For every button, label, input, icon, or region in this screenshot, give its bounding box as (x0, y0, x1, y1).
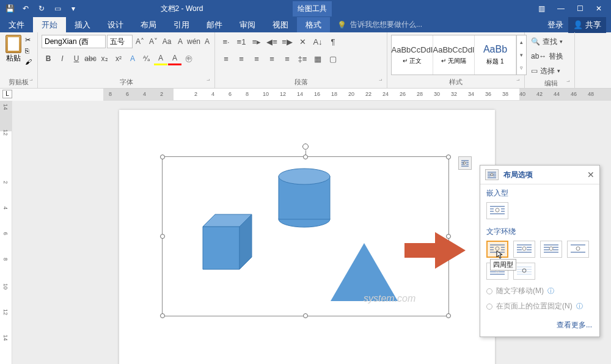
align-left-button[interactable]: ≡ (219, 52, 233, 65)
wrap-front[interactable] (513, 263, 535, 280)
redo-icon[interactable]: ↻ (37, 4, 46, 13)
find-button[interactable]: 🔍查找▾ (531, 35, 563, 48)
shape-triangle[interactable] (331, 243, 398, 301)
borders-button[interactable]: ▢ (326, 52, 340, 65)
copy-icon[interactable]: ⎘ (25, 47, 34, 56)
text-direction-button[interactable]: ✕ (295, 35, 310, 48)
resize-handle-tc[interactable] (303, 155, 308, 159)
login-link[interactable]: 登录 (547, 20, 563, 31)
wrap-inline[interactable] (486, 202, 508, 219)
superscript-button[interactable]: x² (112, 52, 125, 65)
shape-cube[interactable] (194, 211, 255, 272)
share-button[interactable]: 👤 共享 (568, 17, 606, 33)
resize-handle-tl[interactable] (160, 155, 165, 159)
subscript-button[interactable]: x₂ (98, 52, 111, 65)
tab-layout[interactable]: 布局 (132, 17, 165, 32)
tab-insert[interactable]: 插入 (66, 17, 99, 32)
enclose-chars-button[interactable]: ㊥ (182, 52, 196, 65)
font-color-button[interactable]: A (168, 52, 181, 65)
resize-handle-bl[interactable] (160, 313, 165, 318)
ruler-horizontal[interactable]: 8642246810121416182022242628303234363840… (104, 89, 611, 101)
sort-button[interactable]: A↓ (310, 35, 325, 48)
multilevel-button[interactable]: ≡▸ (249, 35, 264, 48)
new-doc-icon[interactable]: ▭ (53, 4, 62, 13)
paste-button[interactable]: 粘贴 (4, 35, 23, 64)
info-icon[interactable]: ⓘ (547, 286, 554, 296)
undo-icon[interactable]: ↶ (21, 4, 31, 13)
wrap-topbottom[interactable] (567, 241, 589, 258)
justify-button[interactable]: ≡ (265, 52, 279, 65)
bold-button[interactable]: B (42, 52, 55, 65)
layout-options-anchor[interactable] (458, 156, 472, 170)
increase-indent-button[interactable]: ≡▶ (280, 35, 295, 48)
svg-point-7 (491, 173, 493, 176)
tab-view[interactable]: 视图 (264, 17, 297, 32)
radio-move-with-text[interactable]: 随文字移动(M) ⓘ (480, 283, 599, 299)
phonetic-guide-button[interactable]: wén (188, 35, 200, 48)
popup-close-button[interactable]: ✕ (587, 170, 595, 180)
tab-mailings[interactable]: 邮件 (198, 17, 231, 32)
see-more-link[interactable]: 查看更多... (480, 314, 599, 337)
tab-format[interactable]: 格式 (297, 17, 330, 32)
change-case-button[interactable]: Aa (161, 35, 173, 48)
numbering-button[interactable]: ≡1 (234, 35, 249, 48)
style-normal[interactable]: AaBbCcDdI ↵ 正文 (392, 35, 433, 75)
style-nospacing[interactable]: AaBbCcDdI ↵ 无间隔 (433, 35, 475, 75)
wrap-square[interactable]: 四周型 (486, 241, 508, 258)
font-name-combo[interactable] (42, 35, 106, 48)
decrease-indent-button[interactable]: ◀≡ (265, 35, 279, 48)
maximize-icon[interactable]: ☐ (577, 4, 584, 13)
svg-point-10 (522, 247, 526, 250)
tab-home[interactable]: 开始 (33, 17, 66, 32)
highlight-button[interactable]: A (154, 52, 167, 65)
replace-icon: ab↔ (531, 52, 546, 60)
radio-fix-position[interactable]: 在页面上的位置固定(N) ⓘ (480, 299, 599, 314)
tab-references[interactable]: 引用 (165, 17, 198, 32)
info-icon[interactable]: ⓘ (576, 302, 583, 311)
tab-review[interactable]: 审阅 (231, 17, 264, 32)
resize-handle-ml[interactable] (160, 234, 165, 239)
qat-more-icon[interactable]: ▾ (68, 4, 78, 13)
inline-section-label: 嵌入型 (486, 188, 593, 198)
styles-gallery[interactable]: AaBbCcDdI ↵ 正文 AaBbCcDdI ↵ 无间隔 AaBb 标题 1… (391, 35, 527, 75)
tab-design[interactable]: 设计 (99, 17, 132, 32)
minimize-icon[interactable]: — (557, 4, 565, 13)
grow-font-button[interactable]: A˄ (134, 35, 146, 48)
tab-selector[interactable]: L (2, 90, 12, 98)
svg-point-8 (496, 208, 499, 212)
clear-formatting-button[interactable]: A (174, 35, 186, 48)
tab-file[interactable]: 文件 (0, 17, 33, 32)
ruler-vertical[interactable]: 14122468101214 (0, 101, 12, 364)
italic-button[interactable]: I (56, 52, 69, 65)
char-shading-button[interactable]: ᴬ⁄ₐ (140, 52, 153, 65)
resize-handle-br[interactable] (446, 313, 451, 318)
shrink-font-button[interactable]: A˅ (147, 35, 159, 48)
font-size-combo[interactable] (107, 35, 133, 48)
replace-button[interactable]: ab↔替换 (531, 49, 563, 63)
strikethrough-button[interactable]: abc (84, 52, 97, 65)
wrap-tight[interactable] (513, 241, 535, 258)
align-center-button[interactable]: ≡ (234, 52, 249, 65)
style-heading1[interactable]: AaBb 标题 1 (475, 35, 516, 75)
show-marks-button[interactable]: ¶ (326, 35, 340, 48)
resize-handle-tr[interactable] (446, 155, 451, 159)
align-right-button[interactable]: ≡ (249, 52, 264, 65)
underline-button[interactable]: U (70, 52, 83, 65)
char-border-button[interactable]: A (201, 35, 213, 48)
line-spacing-button[interactable]: ‡≡ (295, 52, 310, 65)
format-painter-icon[interactable]: 🖌 (25, 58, 34, 67)
distribute-button[interactable]: ≡ (280, 52, 295, 65)
resize-handle-bc[interactable] (303, 313, 308, 318)
shading-button[interactable]: ▦ (310, 52, 325, 65)
bullets-button[interactable]: ≡· (219, 35, 233, 48)
close-icon[interactable]: ✕ (596, 4, 602, 13)
rotate-handle[interactable] (302, 144, 309, 150)
ribbon-options-icon[interactable]: ▥ (538, 4, 545, 13)
shape-cylinder[interactable] (277, 167, 332, 228)
text-effects-button[interactable]: A (126, 52, 139, 65)
save-icon[interactable]: 💾 (5, 4, 15, 13)
select-button[interactable]: ▭选择▾ (531, 64, 560, 78)
wrap-through[interactable] (540, 241, 562, 258)
tell-me[interactable]: 💡 告诉我您想要做什么... (330, 17, 547, 32)
cut-icon[interactable]: ✂ (25, 36, 34, 45)
